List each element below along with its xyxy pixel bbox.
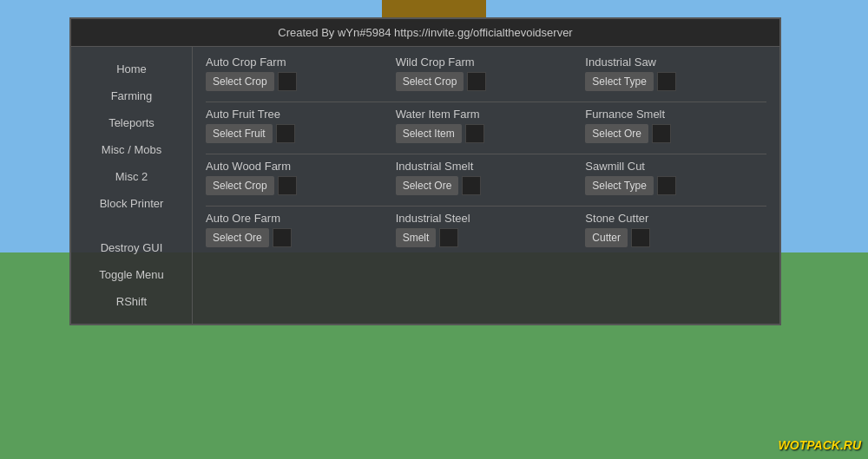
sidebar-item-destroy-gui[interactable]: Destroy GUI: [71, 234, 192, 261]
card-controls-industrial-steel: Smelt: [396, 228, 577, 247]
card-controls-wild-crop-farm: Select Crop: [396, 72, 577, 91]
card-title-auto-wood-farm: Auto Wood Farm: [206, 160, 387, 173]
color-box-5: [465, 124, 484, 143]
sidebar-item-farming[interactable]: Farming: [71, 82, 192, 109]
card-title-wild-crop-farm: Wild Crop Farm: [396, 56, 577, 69]
sidebar: Home Farming Teleports Misc / Mobs Misc …: [71, 47, 193, 324]
card-title-auto-fruit-tree: Auto Fruit Tree: [206, 108, 387, 121]
card-industrial-smelt: Industrial Smelt Select Ore: [396, 160, 577, 195]
btn-select-fruit[interactable]: Select Fruit: [206, 124, 273, 143]
color-box-10: [273, 228, 292, 247]
card-industrial-saw: Industrial Saw Select Type: [585, 56, 766, 91]
card-title-industrial-steel: Industrial Steel: [396, 212, 577, 225]
btn-select-item[interactable]: Select Item: [396, 124, 462, 143]
divider-3: [206, 206, 766, 207]
card-controls-furnance-smelt: Select Ore: [585, 124, 766, 143]
card-wild-crop-farm: Wild Crop Farm Select Crop: [396, 56, 577, 91]
card-controls-sawmill-cut: Select Type: [585, 176, 766, 195]
card-controls-water-item-farm: Select Item: [396, 124, 577, 143]
sidebar-item-misc-mobs[interactable]: Misc / Mobs: [71, 136, 192, 163]
color-box-11: [439, 228, 458, 247]
main-content: Auto Crop Farm Select Crop Wild Crop Far…: [193, 47, 779, 324]
card-title-auto-ore-farm: Auto Ore Farm: [206, 212, 387, 225]
btn-select-ore-1[interactable]: Select Ore: [585, 124, 648, 143]
card-industrial-steel: Industrial Steel Smelt: [396, 212, 577, 247]
sidebar-item-rshift[interactable]: RShift: [71, 288, 192, 315]
color-box-7: [278, 176, 297, 195]
divider-2: [206, 154, 766, 154]
grid-row-3: Auto Wood Farm Select Crop Industrial Sm…: [206, 160, 766, 195]
sidebar-item-home[interactable]: Home: [71, 56, 192, 82]
btn-select-ore-2[interactable]: Select Ore: [396, 176, 459, 195]
card-controls-auto-fruit-tree: Select Fruit: [206, 124, 387, 143]
sidebar-item-misc2[interactable]: Misc 2: [71, 163, 192, 190]
btn-select-crop-2[interactable]: Select Crop: [396, 72, 464, 91]
btn-select-ore-3[interactable]: Select Ore: [206, 228, 269, 247]
color-box-6: [652, 124, 671, 143]
card-furnance-smelt: Furnance Smelt Select Ore: [585, 108, 766, 143]
btn-select-crop-3[interactable]: Select Crop: [206, 176, 274, 195]
card-title-sawmill-cut: Sawmill Cut: [585, 160, 766, 173]
header-text: Created By wYn#5984 https://invite.gg/of…: [278, 26, 572, 39]
color-box-9: [657, 176, 676, 195]
card-sawmill-cut: Sawmill Cut Select Type: [585, 160, 766, 195]
card-controls-industrial-smelt: Select Ore: [396, 176, 577, 195]
color-box-1: [278, 72, 297, 91]
color-box-4: [276, 124, 295, 143]
sidebar-item-block-printer[interactable]: Block Printer: [71, 190, 192, 217]
card-controls-auto-wood-farm: Select Crop: [206, 176, 387, 195]
grid-row-2: Auto Fruit Tree Select Fruit Water Item …: [206, 108, 766, 143]
sidebar-item-teleports[interactable]: Teleports: [71, 109, 192, 136]
watermark: WOTPACK.RU: [779, 438, 861, 452]
card-controls-stone-cutter: Cutter: [585, 228, 766, 247]
gui-panel: Created By wYn#5984 https://invite.gg/of…: [69, 17, 781, 325]
btn-select-type-2[interactable]: Select Type: [585, 176, 653, 195]
card-auto-wood-farm: Auto Wood Farm Select Crop: [206, 160, 387, 195]
card-controls-auto-crop-farm: Select Crop: [206, 72, 387, 91]
card-auto-ore-farm: Auto Ore Farm Select Ore: [206, 212, 387, 247]
card-controls-auto-ore-farm: Select Ore: [206, 228, 387, 247]
card-controls-industrial-saw: Select Type: [585, 72, 766, 91]
card-auto-crop-farm: Auto Crop Farm Select Crop: [206, 56, 387, 91]
divider-1: [206, 102, 766, 102]
card-title-industrial-saw: Industrial Saw: [585, 56, 766, 69]
card-title-water-item-farm: Water Item Farm: [396, 108, 577, 121]
color-box-2: [467, 72, 486, 91]
sidebar-item-toggle-menu[interactable]: Toggle Menu: [71, 261, 192, 288]
card-auto-fruit-tree: Auto Fruit Tree Select Fruit: [206, 108, 387, 143]
btn-cutter[interactable]: Cutter: [585, 228, 628, 247]
sidebar-item-spacer: [71, 217, 192, 234]
card-stone-cutter: Stone Cutter Cutter: [585, 212, 766, 247]
btn-select-crop-1[interactable]: Select Crop: [206, 72, 274, 91]
gui-body: Home Farming Teleports Misc / Mobs Misc …: [71, 47, 779, 324]
color-box-3: [657, 72, 676, 91]
btn-select-type-1[interactable]: Select Type: [585, 72, 653, 91]
card-title-furnance-smelt: Furnance Smelt: [585, 108, 766, 121]
color-box-12: [631, 228, 650, 247]
grid-row-1: Auto Crop Farm Select Crop Wild Crop Far…: [206, 56, 766, 91]
card-title-stone-cutter: Stone Cutter: [585, 212, 766, 225]
card-title-auto-crop-farm: Auto Crop Farm: [206, 56, 387, 69]
card-title-industrial-smelt: Industrial Smelt: [396, 160, 577, 173]
gui-header: Created By wYn#5984 https://invite.gg/of…: [71, 19, 779, 47]
color-box-8: [462, 176, 481, 195]
btn-smelt[interactable]: Smelt: [396, 228, 437, 247]
grid-row-4: Auto Ore Farm Select Ore Industrial Stee…: [206, 212, 766, 247]
card-water-item-farm: Water Item Farm Select Item: [396, 108, 577, 143]
